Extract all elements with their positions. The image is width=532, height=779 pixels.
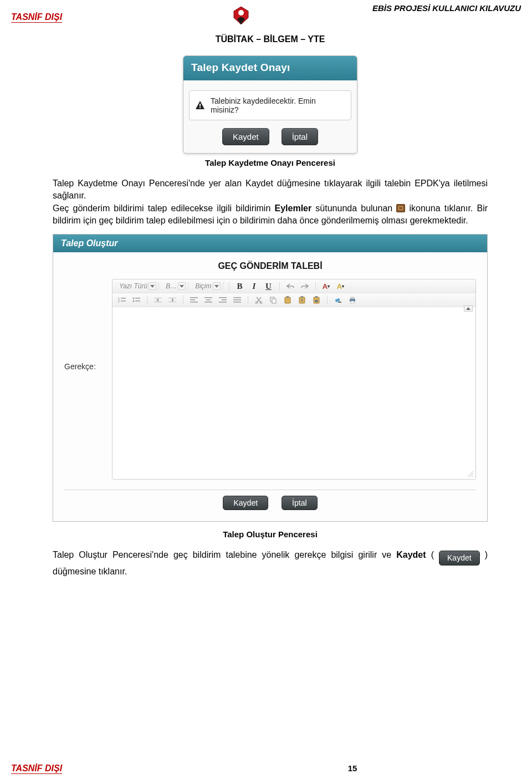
svg-rect-21 <box>168 298 176 298</box>
svg-marker-8 <box>214 285 219 288</box>
page-number: 15 <box>348 763 357 773</box>
panel-save-button[interactable]: Kaydet <box>223 496 268 510</box>
p3-bold: Kaydet <box>396 550 426 559</box>
resize-handle-icon[interactable] <box>467 470 474 478</box>
cut-icon[interactable] <box>254 295 264 305</box>
svg-rect-34 <box>233 302 241 303</box>
panel-caption: Talep Oluştur Penceresi <box>53 529 488 539</box>
erase-format-icon[interactable] <box>333 295 343 305</box>
toolbar-separator <box>248 296 248 304</box>
panel-cancel-button[interactable]: İptal <box>282 496 317 510</box>
svg-rect-23 <box>190 297 198 298</box>
svg-marker-20 <box>172 298 174 302</box>
text-color-b: A <box>337 282 342 291</box>
align-justify-icon[interactable] <box>232 295 242 305</box>
paste-text-icon[interactable]: T <box>297 295 307 305</box>
svg-rect-40 <box>287 296 289 298</box>
redo-icon[interactable] <box>300 281 310 291</box>
svg-rect-28 <box>204 302 212 303</box>
editor-textarea[interactable] <box>112 307 475 479</box>
svg-rect-50 <box>351 297 354 299</box>
svg-rect-24 <box>190 299 195 301</box>
underline-button[interactable]: U <box>264 281 274 291</box>
editor-toolbar-row-2: 12 <box>112 293 475 307</box>
reason-label: Gerekçe: <box>64 279 105 371</box>
create-request-panel: Talep Oluştur GEÇ GÖNDERİM TALEBİ Gerekç… <box>53 234 488 522</box>
warning-icon <box>195 100 205 110</box>
svg-rect-12 <box>121 301 126 302</box>
paragraph-style-label: Biçim <box>195 282 211 290</box>
text-color-button[interactable]: A▾ <box>321 281 331 291</box>
svg-rect-16 <box>135 301 140 302</box>
save-button[interactable]: Kaydet <box>222 128 269 145</box>
p2-pre: Geç gönderim bildirimi talep edilecekse … <box>53 203 274 213</box>
confirm-dialog-message: Talebiniz kaydedilecektir. Emin misiniz? <box>211 96 345 114</box>
svg-rect-29 <box>219 297 227 298</box>
svg-rect-10 <box>121 298 126 299</box>
outdent-icon[interactable] <box>153 295 163 305</box>
form-title: GEÇ GÖNDERİM TALEBİ <box>64 261 476 271</box>
paragraph-2: Geç gönderim bildirimi talep edilecekse … <box>53 202 488 226</box>
document-title-header: EBİS PROJESİ KULLANICI KILAVUZU <box>372 3 521 13</box>
svg-marker-17 <box>156 298 158 302</box>
svg-rect-31 <box>219 302 227 303</box>
numbered-list-icon[interactable]: 12 <box>117 295 127 305</box>
collapse-toolbar-icon[interactable] <box>464 306 473 312</box>
svg-rect-45 <box>315 296 318 298</box>
paragraph-style-select[interactable]: Biçim <box>193 282 223 291</box>
copy-icon[interactable] <box>268 295 278 305</box>
align-left-icon[interactable] <box>189 295 199 305</box>
svg-rect-26 <box>204 297 212 298</box>
svg-rect-4 <box>200 104 201 106</box>
editor-toolbar-row-1: Yazı Türü B… Biçim <box>112 279 475 293</box>
paste-word-icon[interactable]: W <box>311 295 321 305</box>
highlight-color-button[interactable]: A▾ <box>336 281 346 291</box>
chevron-down-icon <box>213 282 221 290</box>
divider <box>64 490 476 490</box>
svg-rect-25 <box>190 302 198 303</box>
italic-button[interactable]: I <box>249 281 259 291</box>
rich-text-editor[interactable]: Yazı Türü B… Biçim <box>112 279 476 480</box>
svg-point-1 <box>238 10 244 16</box>
align-center-icon[interactable] <box>203 295 213 305</box>
toolbar-separator <box>183 296 183 304</box>
svg-point-13 <box>133 298 135 299</box>
svg-marker-7 <box>180 285 184 288</box>
align-right-icon[interactable] <box>218 295 228 305</box>
font-family-label: Yazı Türü <box>119 282 147 290</box>
toolbar-separator <box>327 296 328 304</box>
svg-rect-42 <box>301 296 303 298</box>
paragraph-3: Talep Oluştur Penceresi'nde geç bildirim… <box>53 549 488 577</box>
toolbar-separator <box>279 282 280 291</box>
create-request-panel-title: Talep Oluştur <box>53 235 487 252</box>
svg-rect-38 <box>272 299 276 303</box>
confirm-dialog-title: Talep Kaydet Onayı <box>183 56 357 80</box>
p2-bold: Eylemler <box>274 203 311 213</box>
bulleted-list-icon[interactable] <box>131 295 141 305</box>
svg-marker-52 <box>466 307 470 310</box>
font-family-select[interactable]: Yazı Türü <box>117 282 159 291</box>
undo-icon[interactable] <box>285 281 295 291</box>
svg-point-15 <box>133 301 135 302</box>
tubitak-logo <box>233 6 249 26</box>
classification-header: TASNİF DIŞI <box>11 12 62 22</box>
paragraph-1: Talep Kaydetme Onayı Penceresi'nde yer a… <box>53 177 488 201</box>
font-size-label: B… <box>166 282 177 290</box>
bold-button[interactable]: B <box>235 281 245 291</box>
p3-pre: Talep Oluştur Penceresi'nde geç bildirim… <box>53 550 396 559</box>
svg-rect-5 <box>200 107 201 108</box>
toolbar-separator <box>315 282 316 291</box>
svg-rect-22 <box>168 302 176 302</box>
svg-rect-14 <box>135 298 140 299</box>
svg-rect-27 <box>206 299 211 301</box>
svg-text:2: 2 <box>118 299 120 303</box>
svg-rect-19 <box>154 302 162 302</box>
cancel-button[interactable]: İptal <box>282 128 318 145</box>
print-icon[interactable] <box>347 295 357 305</box>
confirm-dialog: Talep Kaydet Onayı Talebiniz kaydedilece… <box>183 55 357 154</box>
font-size-select[interactable]: B… <box>163 282 188 291</box>
dialog-caption: Talep Kaydetme Onayı Penceresi <box>53 158 488 167</box>
indent-icon[interactable] <box>167 295 177 305</box>
paste-icon[interactable] <box>283 295 293 305</box>
organization-line: TÜBİTAK – BİLGEM – YTE <box>53 34 488 44</box>
